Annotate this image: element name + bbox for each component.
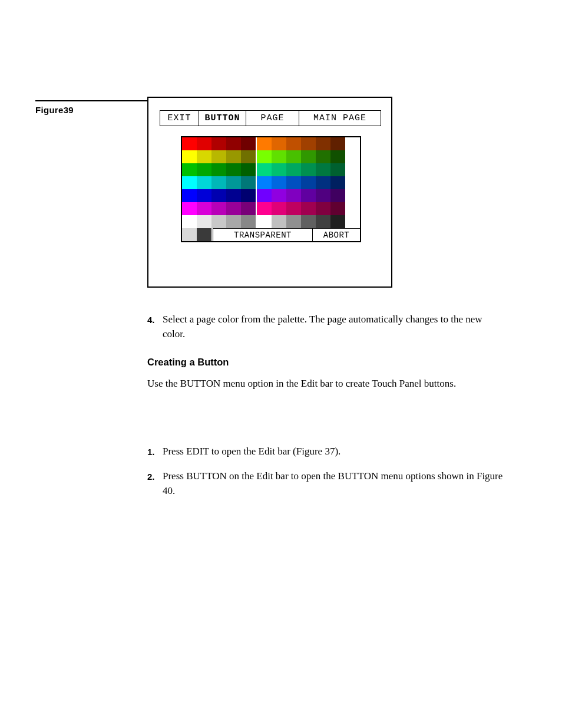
color-swatch[interactable]	[330, 202, 345, 215]
color-swatch[interactable]	[226, 189, 241, 202]
color-swatch[interactable]	[301, 215, 316, 228]
color-swatch[interactable]	[301, 137, 316, 150]
color-swatch[interactable]	[211, 215, 226, 228]
color-swatch[interactable]	[226, 150, 241, 163]
paragraph: Use the BUTTON menu option in the Edit b…	[147, 377, 507, 391]
color-swatch[interactable]	[301, 202, 316, 215]
list-text: Press BUTTON on the Edit bar to open the…	[163, 469, 507, 498]
color-swatch[interactable]	[182, 137, 197, 150]
color-swatch[interactable]	[211, 176, 226, 189]
color-swatch[interactable]	[182, 228, 197, 241]
color-swatch[interactable]	[316, 215, 330, 228]
color-swatch[interactable]	[272, 189, 286, 202]
color-swatch[interactable]	[286, 163, 301, 176]
color-swatch[interactable]	[316, 202, 330, 215]
color-swatch[interactable]	[301, 150, 316, 163]
color-swatch[interactable]	[211, 163, 226, 176]
page: Figure39 EXIT BUTTON PAGE MAIN PAGE TRAN…	[0, 0, 562, 728]
color-swatch[interactable]	[241, 215, 256, 228]
color-swatch[interactable]	[316, 137, 330, 150]
list-number: 1.	[147, 444, 163, 459]
color-swatch[interactable]	[330, 137, 345, 150]
list-number: 4.	[147, 312, 163, 341]
color-swatch[interactable]	[197, 137, 211, 150]
color-swatch[interactable]	[197, 176, 211, 189]
color-swatch[interactable]	[257, 176, 272, 189]
color-swatch[interactable]	[316, 163, 330, 176]
section-heading: Creating a Button	[147, 355, 507, 370]
color-swatch[interactable]	[286, 150, 301, 163]
color-swatch[interactable]	[257, 202, 272, 215]
color-swatch[interactable]	[272, 202, 286, 215]
abort-button[interactable]: ABORT	[313, 228, 360, 241]
color-swatch[interactable]	[241, 189, 256, 202]
color-swatch[interactable]	[330, 215, 345, 228]
color-swatch[interactable]	[316, 189, 330, 202]
color-swatch[interactable]	[272, 137, 286, 150]
color-swatch[interactable]	[241, 137, 256, 150]
menu-item-exit[interactable]: EXIT	[160, 111, 199, 126]
color-swatch[interactable]	[286, 215, 301, 228]
edit-menu-bar: EXIT BUTTON PAGE MAIN PAGE	[160, 110, 381, 126]
color-swatch[interactable]	[211, 189, 226, 202]
color-swatch[interactable]	[272, 163, 286, 176]
color-swatch[interactable]	[241, 150, 256, 163]
color-swatch[interactable]	[286, 202, 301, 215]
list-item: 2. Press BUTTON on the Edit bar to open …	[147, 469, 507, 498]
color-swatch[interactable]	[226, 176, 241, 189]
color-swatch[interactable]	[257, 189, 272, 202]
color-swatch[interactable]	[286, 189, 301, 202]
color-swatch[interactable]	[301, 163, 316, 176]
color-swatch[interactable]	[211, 137, 226, 150]
color-swatch[interactable]	[182, 189, 197, 202]
color-swatch[interactable]	[272, 215, 286, 228]
color-swatch[interactable]	[286, 176, 301, 189]
color-swatch[interactable]	[197, 163, 211, 176]
color-swatch[interactable]	[197, 150, 211, 163]
list-text: Press EDIT to open the Edit bar (Figure …	[163, 444, 507, 459]
color-swatch[interactable]	[197, 228, 211, 241]
color-swatch[interactable]	[330, 163, 345, 176]
color-swatch[interactable]	[226, 202, 241, 215]
color-swatch[interactable]	[301, 189, 316, 202]
list-text: Select a page color from the palette. Th…	[163, 312, 507, 341]
color-swatch[interactable]	[272, 176, 286, 189]
color-swatch[interactable]	[257, 215, 272, 228]
color-swatch[interactable]	[182, 202, 197, 215]
color-swatch[interactable]	[226, 215, 241, 228]
color-swatch[interactable]	[182, 163, 197, 176]
color-swatch[interactable]	[241, 176, 256, 189]
color-swatch[interactable]	[286, 137, 301, 150]
color-swatch[interactable]	[330, 176, 345, 189]
color-swatch[interactable]	[197, 215, 211, 228]
color-swatch[interactable]	[257, 163, 272, 176]
color-swatch[interactable]	[241, 202, 256, 215]
color-swatch[interactable]	[272, 150, 286, 163]
menu-item-page[interactable]: PAGE	[246, 111, 299, 126]
color-swatch[interactable]	[257, 150, 272, 163]
list-number: 2.	[147, 469, 163, 498]
color-swatch[interactable]	[226, 137, 241, 150]
color-swatch[interactable]	[330, 189, 345, 202]
color-swatch[interactable]	[316, 176, 330, 189]
menu-item-main-page[interactable]: MAIN PAGE	[299, 111, 381, 126]
color-swatch[interactable]	[182, 176, 197, 189]
color-swatch[interactable]	[182, 215, 197, 228]
color-swatch[interactable]	[226, 163, 241, 176]
menu-item-button[interactable]: BUTTON	[199, 111, 246, 126]
color-swatch[interactable]	[211, 150, 226, 163]
color-swatch[interactable]	[197, 189, 211, 202]
color-swatch[interactable]	[241, 163, 256, 176]
color-swatch[interactable]	[330, 150, 345, 163]
color-palette: TRANSPARENT ABORT	[181, 136, 361, 242]
color-swatch[interactable]	[182, 150, 197, 163]
figure-screenshot: EXIT BUTTON PAGE MAIN PAGE TRANSPARENT A…	[147, 97, 392, 288]
list-item: 4. Select a page color from the palette.…	[147, 312, 507, 341]
figure-label: Figure39	[35, 105, 74, 115]
color-swatch[interactable]	[197, 202, 211, 215]
color-swatch[interactable]	[211, 202, 226, 215]
transparent-button[interactable]: TRANSPARENT	[213, 228, 313, 241]
color-swatch[interactable]	[301, 176, 316, 189]
color-swatch[interactable]	[316, 150, 330, 163]
color-swatch[interactable]	[257, 137, 272, 150]
